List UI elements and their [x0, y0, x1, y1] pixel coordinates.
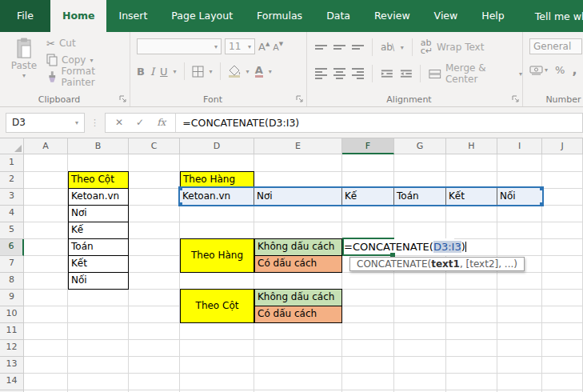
merge-center-button[interactable]: Merge & Center ▾	[429, 62, 522, 85]
decrease-indent-button[interactable]	[381, 69, 393, 79]
borders-button[interactable]	[192, 66, 204, 78]
cell-B3[interactable]: Ketoan.vn	[68, 188, 129, 206]
column-header-E[interactable]: E	[254, 138, 342, 154]
cancel-button[interactable]: ✕	[115, 117, 123, 128]
font-name-select[interactable]: ▾	[137, 38, 222, 54]
cell-B7[interactable]: Kết	[68, 255, 129, 273]
accounting-format-button[interactable]: ▾	[529, 65, 548, 76]
cell-D6-D7-merged[interactable]: Theo Hàng	[180, 238, 254, 273]
column-header-H[interactable]: H	[446, 138, 497, 154]
cell-F3[interactable]: Kế	[342, 188, 394, 205]
row-header-1[interactable]: 1	[0, 154, 24, 172]
cell-D2[interactable]: Theo Hàng	[180, 171, 254, 189]
align-middle-button[interactable]	[333, 45, 345, 50]
cell-D3[interactable]: Ketoan.vn	[180, 188, 254, 205]
enter-button[interactable]: ✓	[136, 117, 144, 128]
column-header-C[interactable]: C	[129, 138, 180, 154]
orientation-dropdown-arrow[interactable]: ▾	[401, 44, 404, 51]
cell-I3[interactable]: Nối	[497, 188, 542, 205]
cell-B8[interactable]: Nối	[68, 272, 129, 290]
align-top-button[interactable]	[315, 45, 327, 50]
tab-home[interactable]: Home	[50, 0, 107, 32]
column-header-I[interactable]: I	[497, 138, 542, 154]
fill-color-dropdown-arrow[interactable]: ▾	[246, 68, 250, 75]
clipboard-dialog-launcher[interactable]	[119, 95, 127, 103]
percent-style-button[interactable]: %	[555, 64, 565, 76]
selected-range-D3-I3[interactable]: Ketoan.vnNơiKếToánKếtNối	[180, 188, 542, 205]
column-header-B[interactable]: B	[68, 138, 129, 154]
column-header-D[interactable]: D	[180, 138, 254, 154]
row-header-10[interactable]: 10	[0, 306, 24, 323]
cell-D9-D10-merged[interactable]: Theo Cột	[180, 289, 254, 323]
column-header-J[interactable]: J	[542, 138, 583, 154]
select-all-button[interactable]	[0, 138, 24, 154]
cell-E3[interactable]: Nơi	[254, 188, 342, 205]
tab-insert[interactable]: Insert	[106, 0, 159, 32]
wrap-text-button[interactable]: abc↵ Wrap Text	[421, 39, 485, 55]
row-header-4[interactable]: 4	[0, 205, 24, 222]
column-header-G[interactable]: G	[394, 138, 446, 154]
copy-button[interactable]: Copy ▾	[46, 54, 130, 66]
decrease-font-button[interactable]: A▼	[273, 41, 283, 53]
row-header-2[interactable]: 2	[0, 171, 24, 189]
row-header-14[interactable]: 14	[0, 373, 24, 390]
tab-view[interactable]: View	[422, 0, 470, 32]
cell-E9[interactable]: Không dấu cách	[254, 289, 342, 306]
increase-indent-button[interactable]	[400, 69, 413, 79]
row-header-3[interactable]: 3	[0, 188, 24, 206]
insert-function-button[interactable]: fx	[157, 117, 166, 128]
row-header-5[interactable]: 5	[0, 222, 24, 239]
number-format-select[interactable]: General	[529, 38, 582, 54]
name-box[interactable]: D3 ▾	[6, 113, 85, 133]
cut-button[interactable]: ✂ Cut	[46, 37, 130, 50]
tab-page-layout[interactable]: Page Layout	[159, 0, 245, 32]
row-header-13[interactable]: 13	[0, 356, 24, 374]
cell-G3[interactable]: Toán	[394, 188, 446, 205]
cell-B5[interactable]: Kế	[68, 222, 129, 239]
cell-B2[interactable]: Theo Cột	[68, 171, 129, 189]
bold-button[interactable]: B	[137, 66, 145, 78]
font-size-select[interactable]: 11▾	[225, 38, 255, 54]
font-dialog-launcher[interactable]	[296, 95, 304, 103]
tab-help[interactable]: Help	[469, 0, 517, 32]
tab-review[interactable]: Review	[362, 0, 422, 32]
column-header-A[interactable]: A	[24, 138, 68, 154]
increase-font-button[interactable]: A▲	[258, 41, 270, 53]
row-header-12[interactable]: 12	[0, 339, 24, 357]
row-header-9[interactable]: 9	[0, 289, 24, 306]
align-center-button[interactable]	[333, 68, 345, 79]
tab-data[interactable]: Data	[314, 0, 362, 32]
cell-E10[interactable]: Có dấu cách	[254, 306, 342, 323]
row-header-8[interactable]: 8	[0, 272, 24, 290]
tab-file[interactable]: File	[0, 0, 50, 32]
tell-me-search[interactable]: Tell me what you want t	[528, 0, 583, 32]
format-painter-button[interactable]: Format Painter	[46, 70, 130, 83]
cell-B6[interactable]: Toán	[68, 238, 129, 256]
cell-E6[interactable]: Không dấu cách	[254, 238, 342, 256]
paste-button[interactable]: Paste ▾	[6, 37, 42, 79]
borders-dropdown-arrow[interactable]: ▾	[210, 68, 213, 75]
column-header-F[interactable]: F	[342, 138, 394, 154]
fill-color-button[interactable]	[228, 65, 241, 78]
worksheet[interactable]: 151413121110987654321JIHGFEDCBATheo Cột …	[0, 138, 583, 392]
underline-dropdown-arrow[interactable]: ▾	[174, 68, 177, 75]
cell-E7[interactable]: Có dấu cách	[254, 255, 342, 273]
comma-style-button[interactable]: ,	[572, 62, 577, 78]
cell-F6-editing[interactable]: =CONCATENATE(D3:I3)	[342, 238, 454, 255]
font-color-button[interactable]: A	[255, 66, 263, 78]
align-left-button[interactable]	[315, 68, 327, 79]
align-bottom-button[interactable]	[352, 45, 364, 50]
cell-B4[interactable]: Nơi	[68, 205, 129, 222]
row-header-6[interactable]: 6	[0, 238, 24, 256]
row-header-7[interactable]: 7	[0, 255, 24, 273]
align-right-button[interactable]	[352, 68, 364, 79]
italic-button[interactable]: I	[150, 66, 154, 78]
underline-button[interactable]: U	[160, 66, 168, 78]
formula-bar-splitter[interactable]: ⋮	[90, 118, 99, 128]
font-color-dropdown-arrow[interactable]: ▾	[269, 68, 272, 75]
orientation-button[interactable]: ab⁄	[381, 42, 394, 53]
alignment-dialog-launcher[interactable]	[512, 95, 520, 103]
formula-input[interactable]: =CONCATENATE(D3:I3)	[176, 117, 305, 129]
tab-formulas[interactable]: Formulas	[245, 0, 314, 32]
cell-H3[interactable]: Kết	[446, 188, 497, 205]
